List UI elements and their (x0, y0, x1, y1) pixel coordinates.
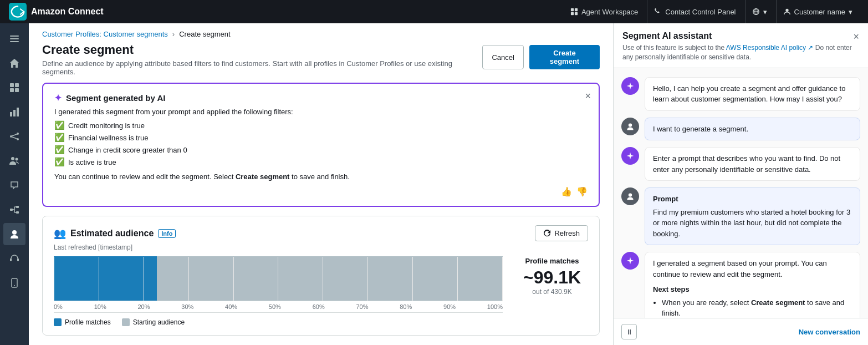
svg-rect-14 (10, 88, 14, 92)
language-btn[interactable]: ▾ (745, 0, 774, 23)
routing-icon (9, 131, 20, 142)
refresh-icon (543, 230, 551, 237)
check-icon: ✅ (54, 157, 65, 167)
user-message-text-2: Find my premium customers who started a … (653, 208, 850, 238)
svg-rect-16 (10, 112, 12, 116)
breadcrumb-parent-link[interactable]: Customer Profiles: Customer segments (42, 30, 168, 38)
legend-color-gray (122, 318, 130, 326)
ai-avatar-2 (621, 147, 639, 165)
legend-label: Starting audience (133, 318, 185, 326)
responsible-ai-link[interactable]: AWS Responsible AI policy ↗ (726, 44, 814, 52)
profile-matches-label: Profile matches (516, 257, 588, 265)
filter-item: ✅ Financial wellness is true (54, 133, 588, 143)
sidebar-item-flows[interactable] (3, 199, 25, 221)
create-segment-button[interactable]: Create segment (529, 45, 600, 69)
user-chevron-icon: ▾ (849, 8, 852, 16)
ai-box-close-button[interactable]: × (585, 90, 591, 102)
ai-avatar (621, 77, 639, 95)
svg-rect-12 (10, 83, 14, 87)
sidebar-item-users[interactable] (3, 150, 25, 172)
chart-x-axis: 0% 10% 20% 30% 40% 50% 60% 70% 80% 90% 1… (54, 301, 503, 313)
agent-workspace-label: Agent Workspace (581, 8, 638, 16)
breadcrumb-separator: › (172, 30, 175, 38)
info-badge[interactable]: Info (158, 229, 176, 238)
new-conversation-button[interactable]: New conversation (799, 328, 860, 336)
ai-segment-box: ✦ Segment generated by AI × I generated … (42, 83, 600, 207)
sidebar-item-voice[interactable] (3, 247, 25, 270)
audience-title-text: Estimated audience (70, 229, 154, 239)
legend-starting-audience: Starting audience (122, 318, 185, 326)
sidebar-item-routing[interactable] (3, 125, 25, 148)
dashboard-icon (9, 82, 20, 93)
svg-point-20 (17, 133, 19, 135)
svg-rect-18 (17, 108, 19, 116)
filter-text: Is active is true (68, 158, 116, 166)
bar-chart (54, 257, 503, 301)
profile-matches-sub: out of 430.9K (516, 288, 588, 296)
svg-point-19 (10, 135, 12, 138)
sidebar-item-home[interactable] (3, 52, 25, 74)
svg-point-25 (16, 158, 18, 161)
header-actions: Cancel Create segment (482, 45, 600, 69)
x-label: 20% (137, 303, 150, 310)
channels-icon (9, 180, 20, 191)
check-icon: ✅ (54, 120, 65, 130)
filter-item: ✅ Is active is true (54, 157, 588, 167)
sidebar-item-analytics[interactable] (3, 101, 25, 123)
chat-message-1: Hello, I can help you create a segment a… (621, 77, 860, 111)
svg-rect-15 (15, 88, 19, 92)
svg-point-33 (12, 230, 17, 235)
page-header: Create segment Define an audience by app… (29, 38, 613, 83)
chat-message-4: Prompt Find my premium customers who sta… (621, 187, 860, 245)
next-step-item-1: When you are ready, select Create segmen… (662, 297, 852, 318)
refresh-label: Refresh (554, 229, 580, 237)
refresh-button[interactable]: Refresh (535, 225, 588, 241)
profile-matches-bar (54, 256, 157, 301)
sidebar-item-profiles[interactable] (3, 223, 25, 245)
thumbs-up-button[interactable]: 👍 (561, 186, 572, 197)
panel-close-button[interactable]: × (853, 31, 859, 43)
nav-actions: Agent Workspace Contact Control Panel ▾ … (564, 0, 859, 23)
headset-icon (9, 253, 20, 264)
audience-icon: 👥 (54, 227, 66, 240)
x-label: 50% (269, 303, 281, 310)
ai-message-text-3: I generated a segment based on your prom… (653, 259, 827, 278)
contact-control-btn[interactable]: Contact Control Panel (647, 0, 742, 23)
thumbs-down-button[interactable]: 👎 (576, 186, 588, 197)
next-steps-list: When you are ready, select Create segmen… (653, 297, 852, 318)
bar-chart-wrapper (54, 257, 503, 301)
content-area: ✦ Segment generated by AI × I generated … (29, 83, 613, 345)
pause-button[interactable]: ⏸ (621, 324, 637, 339)
filter-item: ✅ Credit monitoring is true (54, 120, 588, 130)
ai-assistant-panel: Segment AI assistant Use of this feature… (613, 23, 868, 345)
subtitle-text: Use of this feature is subject to the (622, 44, 726, 52)
sidebar-item-phone[interactable] (3, 272, 25, 294)
estimated-audience-box: 👥 Estimated audience Info Refresh Last r… (42, 216, 600, 336)
next-steps-title: Next steps (653, 284, 852, 295)
breadcrumb-current: Create segment (179, 30, 231, 38)
chat-message-5: I generated a segment based on your prom… (621, 252, 860, 318)
chat-bottom-bar: ⏸ New conversation (614, 318, 868, 345)
cancel-button[interactable]: Cancel (482, 45, 523, 69)
sidebar-item-dashboard[interactable] (3, 77, 25, 99)
ai-note: You can continue to review and edit the … (54, 172, 588, 181)
customer-name-btn[interactable]: Customer name ▾ (776, 0, 859, 23)
user-avatar-2 (621, 187, 639, 205)
svg-point-39 (629, 193, 632, 196)
panel-header: Segment AI assistant Use of this feature… (614, 23, 868, 68)
ai-message-text-2: Enter a prompt that describes who you wa… (653, 154, 840, 174)
agent-workspace-btn[interactable]: Agent Workspace (564, 0, 645, 23)
legend-profile-matches: Profile matches (54, 318, 111, 326)
flows-icon (9, 204, 20, 215)
last-refreshed-timestamp: Last refreshed [timestamp] (54, 243, 588, 251)
sidebar-item-channels[interactable] (3, 174, 25, 196)
sidebar-item-menu[interactable] (3, 28, 25, 50)
user-icon (783, 8, 791, 16)
ai-sparkle-msg-icon-2 (626, 151, 635, 160)
x-label: 60% (313, 303, 325, 310)
x-label: 90% (443, 303, 456, 310)
audience-header: 👥 Estimated audience Info Refresh (54, 225, 588, 241)
chevron-down-icon: ▾ (763, 8, 767, 16)
svg-rect-34 (10, 258, 12, 261)
svg-point-38 (629, 123, 632, 126)
